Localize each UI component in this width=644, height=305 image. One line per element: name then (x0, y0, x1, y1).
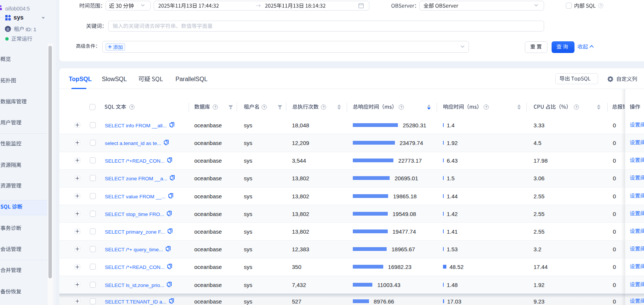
svg-text:?: ? (575, 105, 577, 109)
svg-text:?: ? (485, 105, 487, 109)
svg-text:?: ? (600, 3, 602, 8)
svg-text:?: ? (322, 105, 324, 109)
svg-text:?: ? (263, 105, 265, 109)
svg-text:?: ? (131, 105, 133, 109)
svg-text:?: ? (214, 105, 216, 109)
svg-text:?: ? (400, 105, 402, 109)
